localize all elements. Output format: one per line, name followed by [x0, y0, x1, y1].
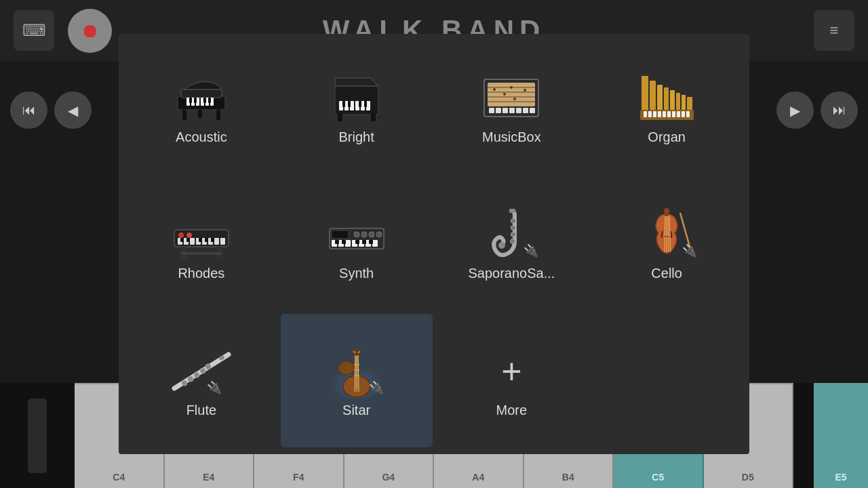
svg-point-102	[498, 242, 505, 249]
cello-label: Cello	[651, 266, 682, 281]
menu-button[interactable]: ≡	[814, 10, 854, 51]
svg-rect-107	[509, 209, 515, 213]
bright-icon	[326, 71, 387, 125]
svg-rect-13	[203, 98, 206, 103]
svg-rect-54	[640, 110, 694, 120]
svg-point-36	[513, 98, 516, 100]
svg-rect-16	[338, 113, 342, 121]
svg-point-34	[493, 88, 496, 91]
instrument-bright[interactable]: Bright	[281, 41, 433, 174]
svg-rect-60	[667, 111, 671, 117]
synth-icon	[326, 207, 387, 262]
svg-rect-47	[650, 81, 656, 110]
svg-rect-59	[663, 111, 666, 117]
svg-rect-99	[355, 240, 359, 244]
svg-point-103	[511, 219, 516, 224]
svg-rect-61	[672, 111, 675, 117]
instrument-cello[interactable]: 🔌 Cello	[591, 178, 743, 311]
svg-rect-17	[371, 113, 376, 121]
musicbox-label: MusicBox	[482, 129, 541, 145]
svg-rect-24	[342, 101, 345, 107]
svg-rect-25	[348, 101, 351, 107]
rewind-button[interactable]: ⏮	[10, 92, 47, 129]
piano-left-panel	[0, 383, 75, 488]
instrument-musicbox[interactable]: MusicBox	[436, 41, 588, 174]
instrument-organ[interactable]: Organ	[591, 41, 743, 174]
prev-icon: ◀	[68, 102, 78, 119]
flute-label: Flute	[186, 403, 216, 418]
key-e5[interactable]: E5	[814, 383, 868, 488]
svg-point-67	[186, 232, 192, 238]
svg-rect-4	[198, 110, 202, 118]
svg-point-114	[664, 208, 669, 214]
synth-label: Synth	[339, 266, 374, 281]
svg-rect-11	[189, 98, 192, 103]
svg-rect-76	[180, 238, 184, 242]
bright-label: Bright	[339, 129, 374, 145]
svg-rect-55	[644, 111, 647, 117]
svg-rect-77	[186, 238, 190, 242]
svg-point-121	[188, 376, 193, 382]
instrument-rhodes[interactable]: Rhodes	[125, 178, 277, 311]
instrument-sitar[interactable]: 🔌 Sitar	[281, 314, 433, 447]
svg-rect-78	[199, 238, 202, 242]
svg-rect-53	[687, 97, 692, 110]
acoustic-label: Acoustic	[176, 129, 227, 145]
instrument-flute[interactable]: 🔌 Flute	[125, 314, 277, 447]
instrument-synth[interactable]: Synth	[281, 178, 433, 311]
svg-point-66	[178, 232, 184, 238]
prev-button[interactable]: ◀	[54, 92, 92, 129]
svg-rect-75	[220, 238, 225, 245]
left-side-bar	[28, 399, 47, 473]
instrument-selector: Acoustic	[119, 34, 749, 454]
plugin-badge-cello: 🔌	[682, 243, 697, 258]
instrument-acoustic[interactable]: Acoustic	[125, 41, 277, 174]
svg-rect-27	[364, 101, 367, 107]
fast-forward-icon: ⏭	[833, 102, 846, 118]
acoustic-icon	[171, 71, 232, 125]
svg-rect-79	[205, 238, 208, 242]
plugin-badge-sitar: 🔌	[369, 380, 384, 395]
svg-rect-48	[657, 85, 663, 110]
svg-rect-96	[372, 240, 378, 247]
sax-icon: 🔌	[481, 207, 542, 262]
rewind-icon: ⏮	[22, 102, 36, 118]
svg-rect-44	[523, 108, 528, 113]
svg-point-105	[511, 232, 516, 237]
svg-point-125	[338, 361, 355, 375]
piano-keyboard-button[interactable]: ⌨	[14, 10, 54, 51]
svg-rect-3	[216, 110, 220, 120]
svg-rect-46	[642, 76, 648, 110]
organ-icon	[636, 71, 697, 125]
piano-keyboard-icon: ⌨	[22, 21, 46, 40]
svg-rect-80	[211, 238, 214, 242]
saporanosa-label: SaporanoSa...	[468, 266, 555, 281]
svg-rect-41	[502, 108, 508, 113]
plugin-badge-flute: 🔌	[207, 380, 222, 395]
svg-rect-50	[670, 90, 675, 110]
fast-forward-button[interactable]: ⏭	[821, 92, 858, 129]
record-button[interactable]: ⏺	[68, 9, 112, 53]
instrument-more[interactable]: + More	[436, 314, 588, 447]
svg-point-38	[510, 86, 513, 89]
instrument-empty	[591, 314, 743, 447]
svg-point-104	[511, 226, 516, 230]
sitar-icon: 🔌	[326, 344, 387, 399]
svg-rect-57	[653, 111, 656, 117]
svg-rect-62	[677, 111, 680, 117]
svg-point-87	[361, 232, 367, 237]
menu-icon: ≡	[830, 22, 839, 39]
svg-rect-98	[342, 240, 346, 244]
rhodes-label: Rhodes	[178, 266, 224, 281]
svg-rect-64	[686, 111, 690, 117]
next-button[interactable]: ▶	[776, 92, 814, 129]
plugin-badge-sax: 🔌	[524, 243, 538, 258]
svg-rect-101	[369, 240, 373, 244]
svg-rect-70	[190, 238, 195, 245]
svg-point-89	[376, 232, 382, 237]
instrument-saporanosa[interactable]: 🔌 SaporanoSa...	[436, 178, 588, 311]
rhodes-icon	[171, 207, 232, 262]
svg-rect-100	[362, 240, 366, 244]
svg-point-118	[205, 364, 211, 369]
svg-rect-74	[214, 238, 219, 245]
